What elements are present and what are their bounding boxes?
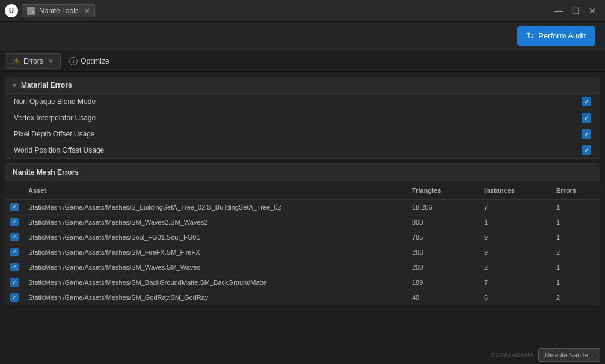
table-body: StaticMesh /Game/Assets/Meshes/S_Buildin… [5, 200, 600, 305]
th-checkbox [5, 184, 23, 196]
row-asset-1: StaticMesh /Game/Assets/Meshes/SM_Waves2… [23, 216, 407, 229]
tab-optimize[interactable]: i Optimize [62, 55, 116, 68]
row-asset-2: StaticMesh /Game/Assets/Meshes/Soul_FG01… [23, 231, 407, 244]
row-errors-1: 1 [551, 216, 600, 229]
vertex-interpolator-label: Vertex Interpolator Usage [14, 114, 582, 122]
th-asset: Asset [23, 184, 407, 196]
vertex-interpolator-checkbox[interactable] [582, 113, 591, 123]
row-asset-6: StaticMesh /Game/Assets/Meshes/SM_GodRay… [23, 291, 407, 304]
row-instances-3: 9 [479, 246, 551, 259]
nanite-mesh-errors-panel: Nanite Mesh Errors Asset Triangles Insta… [5, 163, 600, 305]
row-errors-2: 1 [551, 231, 600, 244]
row-triangles-5: 189 [407, 276, 479, 289]
world-position-label: World Position Offset Usage [14, 146, 582, 154]
tab-optimize-label: Optimize [81, 57, 109, 65]
check-row-pixel-depth: Pixel Depth Offset Usage [5, 126, 600, 142]
row-instances-1: 1 [479, 216, 551, 229]
row-checkbox-cell [5, 200, 23, 214]
pixel-depth-label: Pixel Depth Offset Usage [14, 130, 582, 138]
check-row-vertex-interpolator: Vertex Interpolator Usage [5, 110, 600, 126]
main-content: ▼ Material Errors Non-Opaque Blend Mode … [0, 72, 605, 364]
non-opaque-label: Non-Opaque Blend Mode [14, 97, 582, 106]
row-checkbox-6[interactable] [10, 293, 19, 302]
th-errors: Errors [551, 184, 600, 196]
row-checkbox-3[interactable] [10, 248, 19, 256]
toolbar: ↻ Perform Audit [0, 22, 605, 50]
check-row-non-opaque: Non-Opaque Blend Mode [5, 94, 600, 110]
table-row[interactable]: StaticMesh /Game/Assets/Meshes/S_Buildin… [5, 200, 600, 215]
non-opaque-checkbox[interactable] [582, 97, 591, 106]
watermark-text: CSDN@AIGX666 [491, 352, 533, 358]
pixel-depth-checkbox[interactable] [582, 129, 591, 139]
row-checkbox-cell [5, 230, 23, 244]
tab-errors[interactable]: ⚠ Errors × [5, 53, 61, 69]
row-asset-5: StaticMesh /Game/Assets/Meshes/SM_BackGr… [23, 276, 407, 289]
check-row-world-position: World Position Offset Usage [5, 142, 600, 158]
disable-nanite-button[interactable]: Disable Nanite... [538, 348, 600, 362]
maximize-button[interactable]: ❑ [568, 3, 583, 19]
table-row[interactable]: StaticMesh /Game/Assets/Meshes/SM_FireFX… [5, 245, 600, 260]
row-instances-4: 2 [479, 261, 551, 274]
row-instances-2: 9 [479, 231, 551, 244]
tab-errors-label: Errors [23, 57, 43, 65]
perform-audit-label: Perform Audit [538, 31, 586, 40]
table-row[interactable]: StaticMesh /Game/Assets/Meshes/SM_Waves2… [5, 215, 600, 230]
perform-audit-button[interactable]: ↻ Perform Audit [517, 26, 595, 46]
bottom-bar: CSDN@AIGX666 Disable Nanite... [486, 346, 605, 364]
row-errors-5: 1 [551, 276, 600, 289]
refresh-icon: ↻ [527, 31, 535, 41]
row-checkbox-1[interactable] [10, 218, 19, 226]
world-position-checkbox[interactable] [582, 145, 591, 155]
row-checkbox-5[interactable] [10, 278, 19, 287]
row-checkbox-cell [5, 275, 23, 290]
row-asset-0: StaticMesh /Game/Assets/Meshes/S_Buildin… [23, 201, 407, 214]
minimize-button[interactable]: — [551, 3, 567, 19]
window-controls: — ❑ ✕ [551, 3, 600, 19]
row-instances-6: 6 [479, 291, 551, 304]
material-errors-arrow: ▼ [11, 82, 17, 89]
ue-logo: U [5, 4, 18, 17]
row-instances-0: 7 [479, 201, 551, 214]
title-bar-left: U 🔧 Nanite Tools × [5, 4, 551, 17]
row-checkbox-cell [5, 215, 23, 229]
title-bar: U 🔧 Nanite Tools × — ❑ ✕ [0, 0, 605, 22]
row-errors-3: 2 [551, 246, 600, 259]
optimize-info-icon: i [69, 57, 78, 65]
close-window-button[interactable]: ✕ [585, 3, 600, 19]
material-errors-header[interactable]: ▼ Material Errors [5, 77, 600, 94]
material-errors-title: Material Errors [21, 81, 72, 89]
row-checkbox-cell [5, 245, 23, 259]
row-triangles-6: 40 [407, 291, 479, 304]
material-errors-panel: ▼ Material Errors Non-Opaque Blend Mode … [5, 77, 600, 159]
row-instances-5: 7 [479, 276, 551, 289]
title-tab-close[interactable]: × [85, 7, 90, 15]
row-errors-0: 1 [551, 201, 600, 214]
row-checkbox-cell [5, 260, 23, 275]
row-errors-4: 1 [551, 261, 600, 274]
row-asset-4: StaticMesh /Game/Assets/Meshes/SM_Waves.… [23, 261, 407, 274]
title-tab-label: Nanite Tools [39, 7, 79, 15]
table-row[interactable]: StaticMesh /Game/Assets/Meshes/Soul_FG01… [5, 230, 600, 245]
tab-errors-close[interactable]: × [49, 56, 54, 65]
th-triangles: Triangles [407, 184, 479, 196]
tabs-row: ⚠ Errors × i Optimize [0, 50, 605, 72]
row-checkbox-0[interactable] [10, 203, 19, 211]
table-row[interactable]: StaticMesh /Game/Assets/Meshes/SM_GodRay… [5, 290, 600, 305]
material-errors-body: Non-Opaque Blend Mode Vertex Interpolato… [5, 94, 600, 158]
table-row[interactable]: StaticMesh /Game/Assets/Meshes/SM_Waves.… [5, 260, 600, 275]
row-triangles-3: 288 [407, 246, 479, 259]
row-asset-3: StaticMesh /Game/Assets/Meshes/SM_FireFX… [23, 246, 407, 259]
row-errors-6: 2 [551, 291, 600, 304]
table-header: Asset Triangles Instances Errors [5, 181, 600, 200]
row-triangles-4: 200 [407, 261, 479, 274]
row-triangles-2: 785 [407, 231, 479, 244]
row-checkbox-2[interactable] [10, 233, 19, 241]
table-row[interactable]: StaticMesh /Game/Assets/Meshes/SM_BackGr… [5, 275, 600, 290]
errors-warn-icon: ⚠ [13, 56, 20, 66]
th-instances: Instances [479, 184, 551, 196]
nanite-tools-icon: 🔧 [27, 7, 35, 15]
nanite-mesh-errors-title: Nanite Mesh Errors [5, 164, 600, 181]
row-checkbox-4[interactable] [10, 263, 19, 271]
row-checkbox-cell [5, 290, 23, 305]
title-tab[interactable]: 🔧 Nanite Tools × [22, 4, 95, 17]
